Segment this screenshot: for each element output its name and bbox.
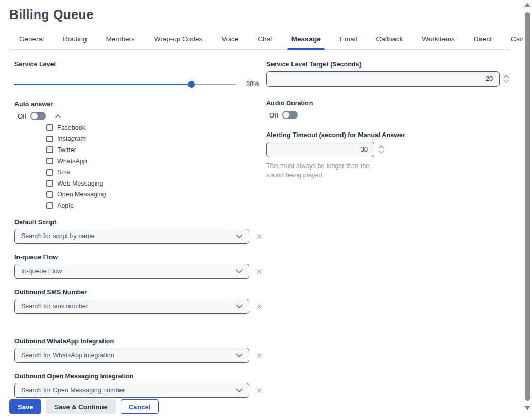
scrollbar-thumb[interactable] xyxy=(525,12,530,401)
slider-handle[interactable] xyxy=(188,81,195,88)
select-value: Search for WhatsApp integration xyxy=(21,352,114,359)
checkbox-apple[interactable] xyxy=(46,202,53,209)
alerting-timeout-helper-text: This must always be longer than the soun… xyxy=(266,161,382,180)
in-queue-flow-group: In-queue Flow In-queue Flow ✕ xyxy=(14,254,266,279)
channel-label: Open Messaging xyxy=(57,191,106,198)
outbound-sms-label: Outbound SMS Number xyxy=(14,289,266,296)
tab-chat[interactable]: Chat xyxy=(256,35,273,49)
channel-label: Facebook xyxy=(57,124,85,131)
chevron-down-icon xyxy=(236,269,243,273)
cancel-button[interactable]: Cancel xyxy=(121,399,159,414)
billing-queue-page: Billing Queue General Routing Members Wr… xyxy=(0,0,532,417)
toggle-knob xyxy=(283,112,289,118)
slider-fill xyxy=(14,84,192,85)
service-level-value: 80% xyxy=(246,80,259,88)
channel-apple[interactable]: Apple xyxy=(46,200,266,211)
select-value: Search for Open Messaging number xyxy=(21,387,125,394)
channel-facebook[interactable]: Facebook xyxy=(46,122,266,134)
collapse-caret-icon[interactable] xyxy=(55,111,61,120)
outbound-whatsapp-label: Outbound WhatsApp Integration xyxy=(14,338,266,345)
service-level-target-input[interactable] xyxy=(266,71,500,87)
outbound-open-messaging-group: Outbound Open Messaging Integration Sear… xyxy=(14,373,266,398)
alerting-timeout-label: Alerting Timeout (second) for Manual Ans… xyxy=(266,131,510,139)
clear-outbound-open-messaging-icon[interactable]: ✕ xyxy=(256,387,263,394)
tab-general[interactable]: General xyxy=(18,35,45,49)
checkbox-facebook[interactable] xyxy=(46,124,53,131)
tab-direct[interactable]: Direct xyxy=(473,35,493,49)
tab-workitems[interactable]: Workitems xyxy=(421,35,456,49)
auto-answer-state: Off xyxy=(18,112,26,120)
vertical-scrollbar[interactable] xyxy=(523,0,532,417)
channel-checkbox-list: Facebook Instagram Twitter WhatsApp Sms xyxy=(46,122,266,211)
channel-web-messaging[interactable]: Web Messaging xyxy=(46,178,266,189)
stepper-down-icon[interactable] xyxy=(378,150,384,154)
in-queue-flow-label: In-queue Flow xyxy=(14,254,266,261)
channel-open-messaging[interactable]: Open Messaging xyxy=(46,189,266,201)
tab-members[interactable]: Members xyxy=(105,35,136,49)
outbound-whatsapp-group: Outbound WhatsApp Integration Search for… xyxy=(14,338,266,363)
select-value: Search for script by name xyxy=(21,232,94,240)
channel-label: Twitter xyxy=(57,146,76,154)
chevron-down-icon xyxy=(236,234,243,238)
alerting-timeout-stepper[interactable] xyxy=(378,145,384,154)
audio-duration-toggle[interactable] xyxy=(282,111,298,119)
page-title: Billing Queue xyxy=(9,7,94,22)
channel-sms[interactable]: Sms xyxy=(46,166,266,178)
channel-label: Web Messaging xyxy=(57,180,103,187)
chevron-down-icon xyxy=(236,388,243,392)
channel-label: Instagram xyxy=(57,135,86,142)
tab-routing[interactable]: Routing xyxy=(62,35,88,49)
footer-actions: Save Save & Continue Cancel xyxy=(9,399,159,414)
tab-callback[interactable]: Callback xyxy=(375,35,404,49)
select-value: In-queue Flow xyxy=(21,268,62,275)
clear-default-script-icon[interactable]: ✕ xyxy=(256,232,263,240)
service-level-slider-row: 80% xyxy=(14,80,272,88)
chevron-down-icon xyxy=(236,353,243,357)
checkbox-sms[interactable] xyxy=(46,169,53,176)
tab-bar: General Routing Members Wrap-up Codes Vo… xyxy=(9,31,510,50)
outbound-open-messaging-label: Outbound Open Messaging Integration xyxy=(14,373,266,380)
channel-label: Apple xyxy=(57,202,74,209)
tab-message[interactable]: Message xyxy=(290,35,322,49)
chevron-down-icon xyxy=(236,304,243,308)
clear-outbound-whatsapp-icon[interactable]: ✕ xyxy=(256,352,263,359)
scroll-up-arrow-icon[interactable] xyxy=(525,3,530,7)
service-level-label: Service Level xyxy=(14,61,266,68)
service-level-slider[interactable] xyxy=(14,80,236,88)
default-script-select[interactable]: Search for script by name xyxy=(14,229,249,244)
default-script-label: Default Script xyxy=(14,219,266,226)
checkbox-whatsapp[interactable] xyxy=(46,158,53,164)
outbound-whatsapp-select[interactable]: Search for WhatsApp integration xyxy=(14,348,249,363)
alerting-timeout-input[interactable] xyxy=(266,142,374,157)
tab-voice[interactable]: Voice xyxy=(220,35,239,49)
audio-duration-label: Audio Duration xyxy=(266,99,510,107)
channel-whatsapp[interactable]: WhatsApp xyxy=(46,156,266,167)
tab-wrap-up-codes[interactable]: Wrap-up Codes xyxy=(153,35,203,49)
clear-outbound-sms-icon[interactable]: ✕ xyxy=(256,303,263,310)
clear-in-queue-flow-icon[interactable]: ✕ xyxy=(256,268,263,275)
service-level-target-label: Service Level Target (Seconds) xyxy=(266,61,510,68)
audio-duration-state: Off xyxy=(269,111,278,119)
channel-twitter[interactable]: Twitter xyxy=(46,144,266,156)
stepper-up-icon[interactable] xyxy=(378,145,384,149)
stepper-down-icon[interactable] xyxy=(503,79,509,83)
auto-answer-toggle[interactable] xyxy=(30,112,46,120)
service-level-target-stepper[interactable] xyxy=(503,75,509,83)
default-script-group: Default Script Search for script by name… xyxy=(14,219,266,244)
checkbox-twitter[interactable] xyxy=(46,146,53,153)
scroll-down-arrow-icon[interactable] xyxy=(525,406,530,410)
toggle-knob xyxy=(31,113,38,119)
checkbox-web-messaging[interactable] xyxy=(46,180,53,187)
tab-email[interactable]: Email xyxy=(339,35,358,49)
in-queue-flow-select[interactable]: In-queue Flow xyxy=(14,264,249,279)
select-value: Search for sms number xyxy=(21,303,88,310)
checkbox-open-messaging[interactable] xyxy=(46,191,53,198)
channel-instagram[interactable]: Instagram xyxy=(46,134,266,145)
stepper-up-icon[interactable] xyxy=(503,75,509,78)
outbound-sms-select[interactable]: Search for sms number xyxy=(14,299,249,314)
outbound-open-messaging-select[interactable]: Search for Open Messaging number xyxy=(14,383,249,398)
checkbox-instagram[interactable] xyxy=(46,136,53,142)
channel-label: Sms xyxy=(57,169,70,176)
save-and-continue-button[interactable]: Save & Continue xyxy=(46,399,115,414)
save-button[interactable]: Save xyxy=(9,399,41,414)
